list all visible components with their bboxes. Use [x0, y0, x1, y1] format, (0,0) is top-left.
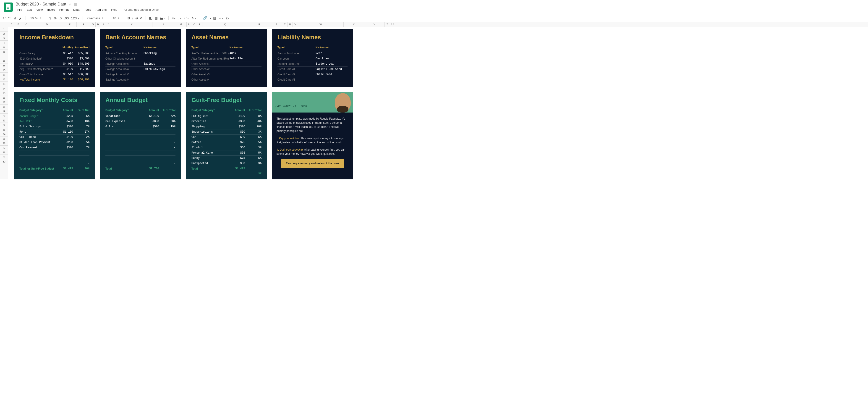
table-row[interactable]: Avg. Extra Monthly Income*$100$1,200: [20, 67, 89, 72]
table-row[interactable]: Annual Budget*$2255%: [20, 114, 89, 119]
table-row[interactable]: Savings Account #1Savings: [105, 61, 176, 67]
table-row[interactable]: -: [20, 161, 89, 166]
table-row[interactable]: Student Loan DebtStudent Loan: [277, 61, 347, 67]
table-row[interactable]: -: [105, 145, 176, 150]
borders-icon[interactable]: ▦: [154, 16, 158, 20]
table-row[interactable]: Alcohol$503%: [191, 145, 261, 150]
col-header[interactable]: Y: [364, 22, 385, 27]
table-row[interactable]: Other Asset #4: [191, 77, 261, 83]
col-header[interactable]: Q: [203, 22, 248, 27]
table-row[interactable]: Credit Card #1Capital One Card: [277, 67, 347, 72]
strikethrough-icon[interactable]: S: [135, 16, 138, 20]
rotate-icon[interactable]: ⟲▼: [191, 16, 196, 20]
table-row[interactable]: Vacations$1,40052%: [105, 114, 176, 119]
table-row[interactable]: -: [105, 156, 176, 161]
row-header[interactable]: 1: [0, 27, 8, 31]
row-header[interactable]: 25: [0, 136, 8, 141]
menu-addons[interactable]: Add-ons: [94, 7, 108, 12]
table-row[interactable]: Other Asset #2: [191, 67, 261, 72]
row-header[interactable]: 4: [0, 41, 8, 45]
row-header[interactable]: 23: [0, 127, 8, 132]
row-header[interactable]: 19: [0, 109, 8, 114]
row-header[interactable]: 14: [0, 86, 8, 91]
table-row[interactable]: -: [105, 129, 176, 135]
table-row[interactable]: Other Asset #3: [191, 72, 261, 77]
table-row[interactable]: -: [105, 150, 176, 156]
col-header[interactable]: A: [8, 22, 15, 27]
more-formats-icon[interactable]: 123 ▼: [71, 16, 79, 20]
valign-icon[interactable]: ↕▼: [178, 16, 182, 20]
row-header[interactable]: 16: [0, 95, 8, 100]
row-header[interactable]: 10: [0, 68, 8, 72]
italic-icon[interactable]: I: [132, 16, 133, 20]
table-row[interactable]: Extra Savings$3007%: [20, 124, 89, 129]
saved-status[interactable]: All changes saved in Drive: [122, 7, 160, 12]
col-header[interactable]: U: [287, 22, 293, 27]
table-row[interactable]: Net Salary*$4,000$48,000: [20, 61, 89, 67]
col-header[interactable]: G: [90, 22, 96, 27]
star-icon[interactable]: ☆: [68, 2, 72, 6]
col-header[interactable]: L: [152, 22, 175, 27]
menu-file[interactable]: File: [16, 7, 24, 12]
decimal-increase-icon[interactable]: .00: [64, 16, 69, 20]
table-row[interactable]: -: [105, 135, 176, 140]
table-row[interactable]: Gas$805%: [191, 135, 261, 140]
print-icon[interactable]: 🖶: [13, 16, 17, 20]
col-header[interactable]: M: [175, 22, 187, 27]
table-row[interactable]: Rent$1,10027%: [20, 129, 89, 135]
menu-tools[interactable]: Tools: [82, 7, 93, 12]
col-header[interactable]: X: [344, 22, 364, 27]
row-header[interactable]: 15: [0, 91, 8, 95]
col-header[interactable]: K: [111, 22, 152, 27]
row-header[interactable]: 27: [0, 146, 8, 150]
table-row[interactable]: -: [105, 140, 176, 145]
undo-icon[interactable]: ↶: [3, 16, 6, 20]
halign-icon[interactable]: ≡▼: [172, 16, 176, 20]
read-summary-button[interactable]: Read my summary and notes of the book: [281, 159, 344, 168]
table-row[interactable]: Savings Account #3: [105, 72, 176, 77]
table-row[interactable]: -: [20, 150, 89, 156]
table-row[interactable]: After Tax Retirement (e.g. IRA)Roth IRA: [191, 56, 261, 61]
menu-format[interactable]: Format: [58, 7, 70, 12]
table-row[interactable]: 401k Contribution*$300$3,600: [20, 56, 89, 61]
table-row[interactable]: Savings Account #2Extra Savings: [105, 67, 176, 72]
table-row[interactable]: Groceries$30020%: [191, 119, 261, 124]
row-header[interactable]: 21: [0, 118, 8, 123]
row-header[interactable]: 18: [0, 104, 8, 109]
folder-icon[interactable]: ▆: [74, 2, 77, 6]
text-color-icon[interactable]: A: [140, 16, 143, 20]
row-header[interactable]: 13: [0, 82, 8, 86]
table-row[interactable]: Car Expenses$80030%: [105, 119, 176, 124]
table-row[interactable]: Credit Card #2Chase Card: [277, 72, 347, 77]
paint-format-icon[interactable]: 🖌: [19, 16, 22, 20]
functions-icon[interactable]: Σ▼: [226, 16, 230, 20]
table-row[interactable]: -: [20, 156, 89, 161]
menu-edit[interactable]: Edit: [25, 7, 34, 12]
row-header[interactable]: 9: [0, 63, 8, 68]
col-header[interactable]: D: [31, 22, 63, 27]
col-header[interactable]: W: [298, 22, 344, 27]
row-header[interactable]: 5: [0, 45, 8, 50]
table-row[interactable]: Savings Account #4: [105, 77, 176, 83]
table-row[interactable]: Car Payment$3007%: [20, 145, 89, 150]
row-header[interactable]: 26: [0, 141, 8, 146]
menu-view[interactable]: View: [34, 7, 44, 12]
table-row[interactable]: -: [105, 161, 176, 166]
row-header[interactable]: 30: [0, 159, 8, 164]
zoom-select[interactable]: 100%▼: [29, 16, 43, 20]
table-row[interactable]: Eating Out$42028%: [191, 114, 261, 119]
row-header[interactable]: 22: [0, 123, 8, 127]
currency-icon[interactable]: $: [49, 16, 51, 20]
row-header[interactable]: 24: [0, 132, 8, 136]
table-row[interactable]: Gross Salary$5,417$65,000: [20, 51, 89, 56]
row-header[interactable]: 12: [0, 77, 8, 82]
col-header[interactable]: I: [101, 22, 106, 27]
row-header[interactable]: 29: [0, 155, 8, 159]
table-row[interactable]: Coffee$755%: [191, 140, 261, 145]
row-header[interactable]: 6: [0, 50, 8, 54]
menu-help[interactable]: Help: [109, 7, 119, 12]
col-header[interactable]: Z: [385, 22, 390, 27]
table-row[interactable]: Other Asset #1: [191, 61, 261, 67]
table-row[interactable]: Other Checking Account: [105, 56, 176, 61]
row-header[interactable]: 11: [0, 72, 8, 77]
